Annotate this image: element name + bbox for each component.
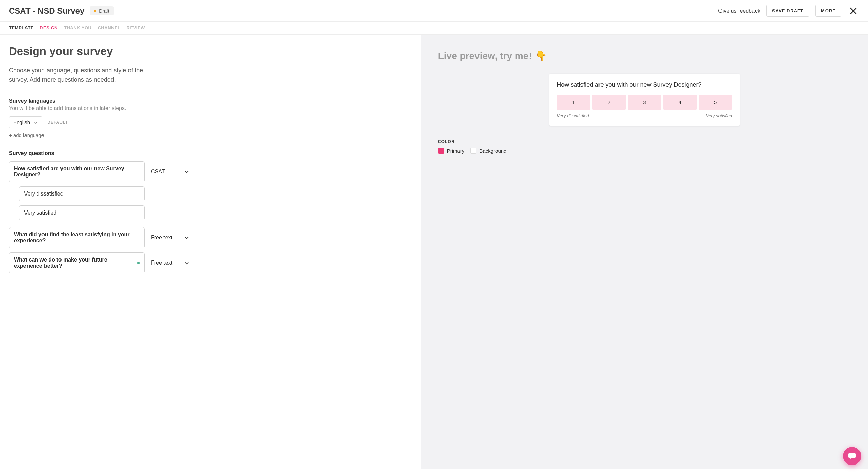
feedback-link[interactable]: Give us feedback	[718, 8, 760, 14]
chat-fab[interactable]	[843, 447, 861, 465]
languages-label: Survey languages	[9, 98, 404, 104]
preview-title: Live preview, try me! 👇	[438, 50, 547, 62]
page-title: Design your survey	[9, 45, 404, 58]
question-text-1: How satisfied are you with our new Surve…	[14, 166, 124, 178]
main-area: Design your survey Choose your language,…	[0, 35, 868, 469]
rating-label-low: Very dissatisfied	[557, 113, 589, 118]
swatch-background-icon	[470, 148, 476, 154]
rating-button-5[interactable]: 5	[699, 95, 732, 110]
preview-card: How satisfied are you with our new Surve…	[549, 74, 740, 126]
tab-channel[interactable]: CHANNEL	[98, 25, 120, 30]
header-bar: CSAT - NSD Survey Draft Give us feedback…	[0, 0, 868, 22]
language-selected: English	[13, 119, 30, 125]
color-primary[interactable]: Primary	[438, 148, 465, 154]
question-row-2: What did you find the least satisfying i…	[9, 227, 404, 248]
chat-icon	[848, 452, 856, 460]
rating-labels: Very dissatisfied Very satisfied	[557, 113, 732, 118]
chevron-down-icon	[184, 169, 189, 174]
question-input-2[interactable]: What did you find the least satisfying i…	[9, 227, 145, 248]
point-down-icon: 👇	[535, 50, 547, 62]
rating-row: 1 2 3 4 5	[557, 95, 732, 110]
question-input-3[interactable]: What can we do to make your future exper…	[9, 252, 145, 273]
design-panel: Design your survey Choose your language,…	[0, 35, 421, 469]
question-text-3: What can we do to make your future exper…	[14, 257, 135, 269]
page-description: Choose your language, questions and styl…	[9, 66, 152, 84]
question-input-1[interactable]: How satisfied are you with our new Surve…	[9, 161, 145, 182]
question-type-select-3[interactable]: Free text	[150, 257, 190, 269]
preview-question: How satisfied are you with our new Surve…	[557, 81, 732, 88]
header-left: CSAT - NSD Survey Draft	[9, 6, 114, 16]
question-type-2: Free text	[151, 235, 172, 241]
rating-button-3[interactable]: 3	[628, 95, 661, 110]
more-button[interactable]: MORE	[815, 5, 841, 17]
close-button[interactable]	[848, 5, 859, 17]
scale-low-input[interactable]: Very dissatisfied	[19, 186, 145, 201]
preview-title-text: Live preview, try me!	[438, 51, 532, 62]
color-heading: COLOR	[438, 139, 507, 144]
scale-low-text: Very dissatisfied	[24, 191, 64, 197]
chevron-down-icon	[33, 120, 38, 125]
question-type-1: CSAT	[151, 169, 165, 175]
scale-high-input[interactable]: Very satisfied	[19, 205, 145, 220]
tab-design[interactable]: DESIGN	[40, 25, 58, 30]
save-draft-button[interactable]: SAVE DRAFT	[766, 5, 809, 17]
swatch-primary-icon	[438, 148, 444, 154]
preview-panel: Live preview, try me! 👇 How satisfied ar…	[421, 35, 868, 469]
rating-button-4[interactable]: 4	[663, 95, 697, 110]
status-dot-icon	[94, 10, 96, 12]
rating-label-high: Very satisfied	[706, 113, 732, 118]
scale-low-row: Very dissatisfied	[19, 186, 404, 201]
languages-hint: You will be able to add translations in …	[9, 105, 404, 112]
active-dot-icon	[137, 262, 140, 264]
status-badge: Draft	[90, 6, 113, 15]
language-select[interactable]: English	[9, 116, 42, 128]
questions-label: Survey questions	[9, 150, 404, 156]
question-text-2: What did you find the least satisfying i…	[14, 232, 129, 243]
question-type-3: Free text	[151, 260, 172, 266]
add-language-link[interactable]: + add language	[9, 132, 44, 138]
tabs-bar: TEMPLATE DESIGN THANK YOU CHANNEL REVIEW	[0, 22, 868, 35]
question-row-1: How satisfied are you with our new Surve…	[9, 161, 404, 182]
chevron-down-icon	[184, 260, 189, 265]
scale-high-text: Very satisfied	[24, 210, 56, 216]
language-row: English DEFAULT	[9, 116, 404, 128]
color-primary-label: Primary	[447, 148, 465, 154]
default-tag: DEFAULT	[47, 120, 68, 125]
color-section: COLOR Primary Background	[438, 139, 507, 154]
question-type-select-1[interactable]: CSAT	[150, 166, 190, 178]
color-background[interactable]: Background	[470, 148, 506, 154]
scale-high-row: Very satisfied	[19, 205, 404, 220]
header-right: Give us feedback SAVE DRAFT MORE	[718, 5, 859, 17]
rating-button-2[interactable]: 2	[592, 95, 626, 110]
survey-title: CSAT - NSD Survey	[9, 6, 84, 16]
question-row-3: What can we do to make your future exper…	[9, 252, 404, 273]
close-icon	[850, 7, 857, 15]
tab-template[interactable]: TEMPLATE	[9, 25, 34, 30]
color-row: Primary Background	[438, 148, 507, 154]
question-type-select-2[interactable]: Free text	[150, 232, 190, 243]
tab-thank-you[interactable]: THANK YOU	[64, 25, 92, 30]
chevron-down-icon	[184, 235, 189, 240]
rating-button-1[interactable]: 1	[557, 95, 590, 110]
status-text: Draft	[99, 8, 109, 14]
tab-review[interactable]: REVIEW	[127, 25, 145, 30]
color-background-label: Background	[479, 148, 506, 154]
